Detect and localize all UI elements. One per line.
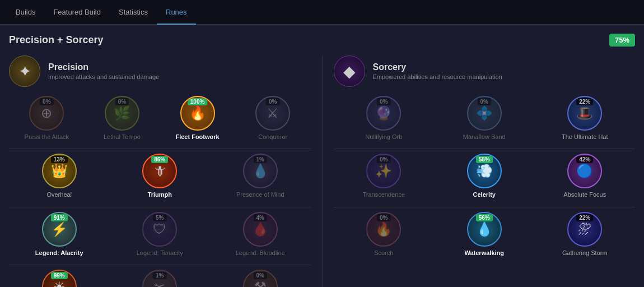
sorcery-icon: ◆ <box>334 55 365 87</box>
rune-icon: 💧 <box>252 163 269 179</box>
rune-pct: 22% <box>576 214 593 221</box>
rune-press-the-attack[interactable]: ⊕ 0% Press the Attack <box>21 96 72 141</box>
rune-pct: 58% <box>476 156 493 163</box>
sorcery-name: Sorcery <box>373 62 502 72</box>
rune-icon: ⚒ <box>254 279 267 287</box>
rune-cut-down[interactable]: ✂ 1% Cut Down <box>134 270 185 287</box>
sorcery-row1: 🔮 0% Nullifying Orb 💠 0% Manaflow Band 🎩 <box>334 96 636 141</box>
rune-pct: 0% <box>377 156 390 163</box>
rune-circle: 🔥 0% <box>366 212 401 247</box>
sorcery-column: ◆ Sorcery Empowered abilities and resour… <box>323 55 636 287</box>
rune-conqueror[interactable]: ⚔ 0% Conqueror <box>248 96 298 141</box>
divider <box>334 207 636 207</box>
rune-pct: 0% <box>254 272 267 279</box>
rune-label: Lethal Tempo <box>104 133 141 141</box>
rune-ultimate-hat[interactable]: 🎩 22% The Ultimate Hat <box>559 96 610 141</box>
page-title: Precision + Sorcery <box>9 34 104 46</box>
rune-icon: 🔥 <box>189 105 206 121</box>
nav-featured-build[interactable]: Featured Build <box>44 0 110 25</box>
rune-label: Gathering Storm <box>562 249 608 257</box>
rune-label: Scorch <box>374 249 393 257</box>
rune-pct: 0% <box>478 98 491 105</box>
rune-icon: 💨 <box>476 163 493 179</box>
nav-builds[interactable]: Builds <box>7 0 44 25</box>
rune-circle: ⚒ 0% <box>243 270 278 287</box>
precision-icon: ✦ <box>9 55 40 87</box>
nav-runes[interactable]: Runes <box>157 0 196 25</box>
divider <box>9 149 311 149</box>
rune-pct: 5% <box>153 214 166 221</box>
rune-waterwalking[interactable]: 💧 56% Waterwalking <box>459 212 510 257</box>
rune-icon: 🌿 <box>114 105 130 121</box>
rune-overheal[interactable]: 👑 13% Overheal <box>34 154 85 198</box>
rune-coup-de-grace[interactable]: ☀ 99% Coup de Grace <box>34 270 85 287</box>
rune-pct: 1% <box>153 272 166 279</box>
rune-gathering-storm[interactable]: ⛈ 22% Gathering Storm <box>559 212 610 257</box>
rune-pct: 0% <box>40 98 53 105</box>
rune-pct: 91% <box>51 214 68 221</box>
sorcery-row2: ✨ 0% Transcendence 💨 58% Celerity 🔵 42 <box>334 154 636 198</box>
rune-legend-alacrity[interactable]: ⚡ 91% Legend: Alacrity <box>34 212 85 257</box>
rune-circle: 💧 56% <box>467 212 502 247</box>
rune-icon: 🔵 <box>576 163 593 179</box>
rune-transcendence[interactable]: ✨ 0% Transcendence <box>358 154 409 198</box>
rune-pct: 42% <box>576 156 593 163</box>
rune-circle: 🩸 4% <box>243 212 278 247</box>
rune-nullifying-orb[interactable]: 🔮 0% Nullifying Orb <box>358 96 409 141</box>
rune-scorch[interactable]: 🔥 0% Scorch <box>358 212 409 257</box>
rune-circle: ⚡ 91% <box>42 212 77 247</box>
rune-legend-bloodline[interactable]: 🩸 4% Legend: Bloodline <box>235 212 286 257</box>
rune-icon: ✂ <box>154 279 165 287</box>
rune-lethal-tempo[interactable]: 🌿 0% Lethal Tempo <box>97 96 147 141</box>
nav-statistics[interactable]: Statistics <box>110 0 157 25</box>
rune-pct: 56% <box>476 214 493 221</box>
rune-absolute-focus[interactable]: 🔵 42% Absolute Focus <box>559 154 610 198</box>
sorcery-desc: Empowered abilities and resource manipul… <box>373 73 502 80</box>
rune-pct: 0% <box>115 98 129 105</box>
rune-pct: 0% <box>377 214 390 221</box>
rune-pct: 0% <box>377 98 390 105</box>
rune-circle: 🗡 86% <box>142 154 177 188</box>
rune-pct: 22% <box>576 98 593 105</box>
rune-last-stand[interactable]: ⚒ 0% Last Stand <box>235 270 286 287</box>
rune-icon: 👑 <box>51 163 68 179</box>
rune-label: Triumph <box>148 191 172 198</box>
precision-desc: Improved attacks and sustained damage <box>48 73 159 80</box>
rune-icon: ⛈ <box>578 221 591 237</box>
rune-circle: 👑 13% <box>42 154 77 188</box>
rune-circle: 🛡 5% <box>142 212 177 247</box>
rune-fleet-footwork[interactable]: 🔥 100% Fleet Footwork <box>172 96 223 141</box>
rune-circle: 🔵 42% <box>567 154 602 188</box>
rune-icon: 💠 <box>476 105 493 121</box>
rune-pct: 86% <box>151 156 168 163</box>
rune-celerity[interactable]: 💨 58% Celerity <box>459 154 510 198</box>
precision-row2: 👑 13% Overheal 🗡 86% Triumph 💧 1% <box>9 154 311 198</box>
rune-pct: 99% <box>51 272 68 279</box>
rune-circle: 💠 0% <box>467 96 502 131</box>
rune-icon: 🗡 <box>153 163 166 179</box>
title-row: Precision + Sorcery 75% <box>9 34 635 47</box>
rune-icon: 🔮 <box>375 105 392 121</box>
navigation: Builds Featured Build Statistics Runes <box>0 0 644 25</box>
rune-circle: 💨 58% <box>467 154 502 188</box>
rune-icon: ✨ <box>375 163 392 179</box>
rune-icon: ⚔ <box>267 105 279 121</box>
rune-circle: 🔮 0% <box>366 96 401 131</box>
rune-label: Legend: Alacrity <box>35 249 83 257</box>
rune-legend-tenacity[interactable]: 🛡 5% Legend: Tenacity <box>134 212 185 257</box>
rune-label: The Ultimate Hat <box>562 133 608 141</box>
rune-label: Overheal <box>46 191 72 198</box>
rune-icon: ☀ <box>53 279 66 287</box>
rune-manaflow-band[interactable]: 💠 0% Manaflow Band <box>459 96 510 141</box>
rune-pct: 4% <box>254 214 267 221</box>
precision-row1: ⊕ 0% Press the Attack 🌿 0% Lethal Tempo … <box>9 96 311 141</box>
divider <box>334 149 636 149</box>
rune-circle: ✨ 0% <box>366 154 401 188</box>
sorcery-row3: 🔥 0% Scorch 💧 56% Waterwalking ⛈ 22% <box>334 212 636 257</box>
rune-triumph[interactable]: 🗡 86% Triumph <box>134 154 185 198</box>
rune-presence-of-mind[interactable]: 💧 1% Presence of Mind <box>235 154 286 198</box>
rune-label: Legend: Tenacity <box>137 249 183 257</box>
rune-pct: 0% <box>266 98 279 105</box>
rune-columns: ✦ Precision Improved attacks and sustain… <box>9 55 635 287</box>
rune-icon: 🎩 <box>576 105 593 121</box>
